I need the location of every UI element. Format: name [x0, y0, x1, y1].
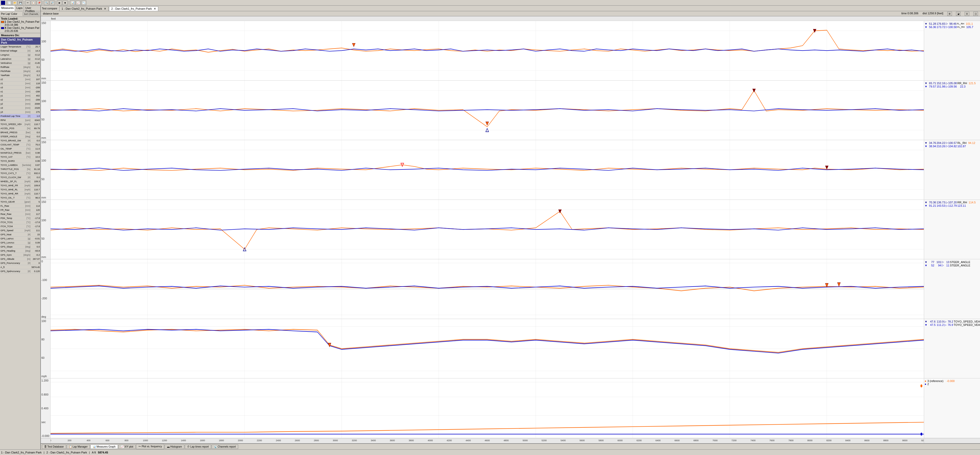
measure-row[interactable]: LateralAcc[g]-0.12 — [0, 57, 40, 61]
chart2-btn[interactable]: 📈 — [76, 0, 81, 5]
zoom-in-btn[interactable]: 🔍 — [44, 0, 49, 5]
tab-histogram[interactable]: ▬ Histogram — [165, 444, 184, 449]
measure-row[interactable]: TOYO_CAT1_T[°C]932.0 — [0, 171, 40, 175]
test2-item[interactable]: X Dan Clark1_frs_Putnam Park — [1, 26, 39, 30]
measure-row[interactable]: MANIFOLD_PRESS[bar]0.98 — [0, 151, 40, 155]
measures-list[interactable]: Logger Temperature[°C]25.7External Volta… — [0, 45, 40, 449]
tab-measures[interactable]: Measures — [0, 6, 15, 11]
measure-row[interactable]: GPS_PosAccuracy[#]0 — [0, 261, 40, 265]
stop-btn[interactable]: ■ — [62, 0, 68, 5]
measure-row[interactable]: Rear_Raw[mm]117 — [0, 212, 40, 216]
measure-row[interactable]: ITCH_TC04[°C]-17.8 — [0, 224, 40, 228]
measure-row[interactable]: x3[mm]-209 — [0, 86, 40, 89]
play-btn[interactable]: ▶ — [57, 0, 62, 5]
measure-row[interactable]: TOYO_BRAKE_SW[#]0.0 — [0, 138, 40, 143]
measure-row[interactable]: PitchRate[deg/s]-0.5 — [0, 69, 40, 73]
test-compare-label: Test compare — [42, 7, 57, 10]
measure-row[interactable]: PDK_Temp[°C]-17.8 — [0, 216, 40, 220]
measure-row[interactable]: GPS_LatAcc[g]-0.01 — [0, 237, 40, 241]
tab-xy-plot[interactable]: 📈 X/Y plot — [118, 444, 136, 449]
measure-row[interactable]: YawRate[deg/s]3.2 — [0, 73, 40, 77]
chart1-btn[interactable]: 📊 — [70, 0, 75, 5]
measure-name: z2 — [0, 78, 22, 81]
measure-row[interactable]: FR_Raw[mm]120 — [0, 208, 40, 212]
info-btn3[interactable]: ⊟ — [965, 12, 969, 16]
tab-channels[interactable]: 📡 Channels report — [212, 444, 238, 449]
measure-value: 118 — [31, 82, 40, 85]
measure-row[interactable]: ACCEL_POS[%]69.79 — [0, 126, 40, 130]
measure-row[interactable]: TOYO_LAMBDA[lambda]0.87 — [0, 163, 40, 167]
measure-row[interactable]: Predicted Lap Time[#]1.0 — [0, 114, 40, 118]
measure-name: Rear_Raw — [0, 213, 22, 215]
measure-row[interactable]: TOYO_WHE_RR[mph]110.7 — [0, 192, 40, 196]
info-btn1[interactable]: ⊞ — [947, 12, 952, 16]
info-btn2[interactable]: ◪ — [956, 12, 961, 16]
tab-user-profiles[interactable]: User Profiles — [24, 6, 40, 11]
measure-row[interactable]: GPS_Gyro[deg/s]-0.2 — [0, 253, 40, 257]
open-btn[interactable]: 📂 — [12, 0, 18, 5]
new-btn[interactable]: 📄 — [6, 0, 12, 5]
measure-row[interactable]: COOLANT_TEMP[°C]75.0 — [0, 143, 40, 147]
measure-row[interactable]: External Voltage[V]14.3 — [0, 49, 40, 53]
measure-row[interactable]: y1[mm]402 — [0, 94, 40, 98]
tab-measures-graph[interactable]: 📊 Measures Graph — [91, 444, 118, 449]
measure-row[interactable]: RollRate[deg/s]0.1 — [0, 65, 40, 69]
tab-lap-manager[interactable]: 📋 Lap Manager — [67, 444, 90, 449]
x-tick: 3200 — [352, 439, 357, 442]
measure-row[interactable]: TOYO_BARO0.99 — [0, 159, 40, 163]
info-btn4[interactable]: ◫ — [974, 12, 978, 16]
measure-row[interactable]: GPS_Slope[deg]0.0 — [0, 245, 40, 249]
measure-row[interactable]: STEER_ANGLE[deg]0.0 — [0, 135, 40, 138]
measure-row[interactable]: TOYO_CLUCH_SW[#]0.0 — [0, 175, 40, 180]
measure-row[interactable]: TOYO_SPEED_VEH[mph]110.7 — [0, 122, 40, 126]
measure-row[interactable]: WHEEL_SP_FL[mph]109.3 — [0, 180, 40, 183]
tab-lap-times[interactable]: ⏱ Lap times report — [185, 444, 211, 449]
tab-laps[interactable]: Laps — [15, 6, 24, 11]
cut-btn[interactable]: ✂ — [25, 0, 30, 5]
close-tab1-icon[interactable]: ✕ — [104, 7, 106, 10]
measure-row[interactable]: Logger Temperature[°C]25.7 — [0, 45, 40, 49]
tab-frequency[interactable]: 〜 Plot vs. frequency — [136, 444, 164, 449]
measure-row[interactable]: TOYO_WHE_FR[mph]109.8 — [0, 183, 40, 188]
measure-row[interactable]: z1[mm]118 — [0, 81, 40, 86]
measure-row[interactable]: z2[mm]107 — [0, 77, 40, 81]
measure-row[interactable]: GPS_SpdAccuracy[#]0.120 — [0, 269, 40, 273]
measure-row[interactable]: TOYO_OIL_T[°C]96.0 — [0, 196, 40, 200]
y-axis-6: 1008060mph — [41, 319, 51, 379]
paste-btn[interactable]: 📌 — [37, 0, 41, 5]
measure-row[interactable]: y3[mm]275 — [0, 110, 40, 114]
measure-row[interactable]: THROTTLE_POS[%]91.18 — [0, 167, 40, 171]
measure-row[interactable]: BRAKE_PRESS[bar]0.0 — [0, 130, 40, 135]
chart3-btn[interactable]: 📉 — [81, 0, 86, 5]
close-tab2-icon[interactable]: ✕ — [154, 7, 156, 10]
measure-row[interactable]: ITCH_TC01[°C]-17.8 — [0, 220, 40, 224]
measure-row[interactable]: TOYO_WHE_RL[mph]110.7 — [0, 188, 40, 192]
measure-row[interactable]: x1[mm]-208 — [0, 89, 40, 94]
sort-channels-btn[interactable]: Sort Channels — [23, 12, 39, 16]
measure-row[interactable]: GPS_Heading[deg]-93.8 — [0, 249, 40, 253]
measure-row[interactable]: GPS_Speed[mph]111 — [0, 228, 40, 232]
test1-item[interactable]: 1 Dan Clark2_frs_Putnam Park — [1, 20, 39, 24]
measure-row[interactable]: TOYO_GEAR[gear]5 — [0, 200, 40, 204]
tab-test-database[interactable]: 🗄 Test Database — [42, 444, 66, 449]
chart-tab-2[interactable]: 2 - Dan Clark1_frs_Putnam Park ✕ — [109, 6, 158, 11]
measure-row[interactable]: GPS_Nsat[#]15 — [0, 232, 40, 237]
chart-tab-1[interactable]: 1 - Dan Clark2_frs_Putnam Park ✕ — [59, 6, 108, 11]
measure-value: 2328 — [31, 107, 40, 109]
measure-row[interactable]: x2[mm]-209 — [0, 98, 40, 102]
copy-btn[interactable]: 📋 — [31, 0, 36, 5]
measure-row[interactable]: x3[mm]2328 — [0, 106, 40, 110]
measure-row[interactable]: RPM[rpm]6343 — [0, 118, 40, 122]
measure-row[interactable]: FL_Raw[mm]114 — [0, 204, 40, 208]
measure-name: ACCEL_POS — [0, 127, 22, 130]
measure-row[interactable]: A_ft5874.45 — [0, 265, 40, 269]
save-btn[interactable]: 💾 — [18, 0, 23, 5]
measure-row[interactable]: y2[mm]2008 — [0, 102, 40, 106]
measure-row[interactable]: LongAcc[g]-0.12 — [0, 53, 40, 57]
measure-row[interactable]: OIL_TEMP[°C]11.0 — [0, 147, 40, 151]
measure-row[interactable]: GPS_LonAcc[g]0.09 — [0, 241, 40, 245]
measure-row[interactable]: TOYO_AAT[°C]10.0 — [0, 155, 40, 159]
zoom-out-btn[interactable]: 🔎 — [49, 0, 55, 5]
measure-row[interactable]: GPS_Altitude[m]267.07 — [0, 257, 40, 261]
measure-row[interactable]: VerticalAcc[g]-0.45 — [0, 61, 40, 65]
